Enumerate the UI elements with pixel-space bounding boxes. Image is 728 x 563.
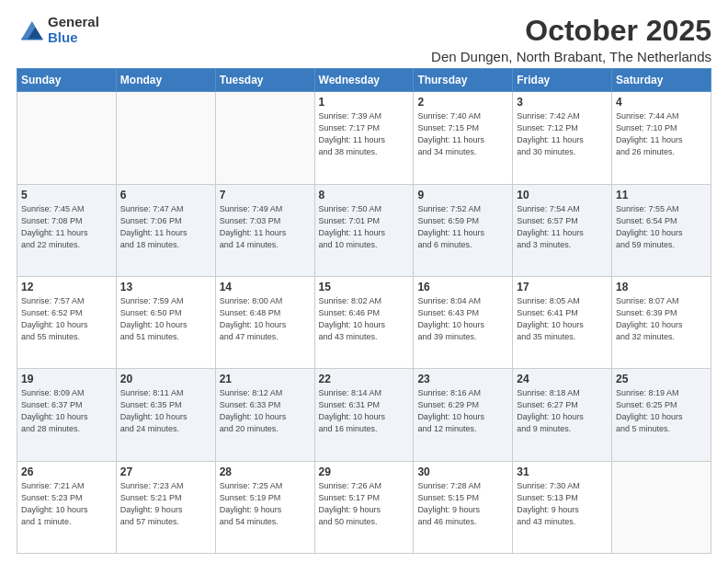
table-row: 18Sunrise: 8:07 AM Sunset: 6:39 PM Dayli… — [612, 276, 711, 368]
day-number: 3 — [517, 96, 608, 109]
logo: General Blue — [17, 15, 99, 45]
day-info: Sunrise: 7:50 AM Sunset: 7:01 PM Dayligh… — [319, 203, 410, 251]
table-row: 16Sunrise: 8:04 AM Sunset: 6:43 PM Dayli… — [414, 276, 513, 368]
day-number: 30 — [417, 465, 508, 478]
col-friday: Friday — [513, 69, 612, 92]
calendar-week-row: 26Sunrise: 7:21 AM Sunset: 5:23 PM Dayli… — [17, 461, 711, 553]
table-row: 21Sunrise: 8:12 AM Sunset: 6:33 PM Dayli… — [215, 369, 314, 461]
page: General Blue October 2025 Den Dungen, No… — [0, 0, 728, 563]
day-number: 26 — [21, 465, 112, 478]
table-row: 2Sunrise: 7:40 AM Sunset: 7:15 PM Daylig… — [414, 92, 513, 184]
col-saturday: Saturday — [612, 69, 711, 92]
calendar-week-row: 5Sunrise: 7:45 AM Sunset: 7:08 PM Daylig… — [17, 184, 711, 276]
day-number: 10 — [517, 189, 608, 201]
day-number: 24 — [517, 373, 608, 385]
table-row: 11Sunrise: 7:55 AM Sunset: 6:54 PM Dayli… — [612, 184, 711, 276]
day-info: Sunrise: 7:30 AM Sunset: 5:13 PM Dayligh… — [517, 480, 608, 528]
day-number: 5 — [21, 189, 112, 201]
day-number: 20 — [120, 373, 211, 385]
calendar-week-row: 19Sunrise: 8:09 AM Sunset: 6:37 PM Dayli… — [17, 369, 711, 461]
day-number: 28 — [220, 465, 311, 478]
table-row: 19Sunrise: 8:09 AM Sunset: 6:37 PM Dayli… — [17, 369, 117, 461]
logo-blue-label: Blue — [48, 30, 99, 46]
day-info: Sunrise: 8:09 AM Sunset: 6:37 PM Dayligh… — [21, 387, 112, 435]
table-row: 27Sunrise: 7:23 AM Sunset: 5:21 PM Dayli… — [116, 461, 215, 553]
day-info: Sunrise: 7:23 AM Sunset: 5:21 PM Dayligh… — [120, 480, 211, 528]
day-number: 1 — [319, 96, 410, 109]
col-monday: Monday — [116, 69, 215, 92]
day-info: Sunrise: 7:40 AM Sunset: 7:15 PM Dayligh… — [417, 110, 508, 158]
table-row: 30Sunrise: 7:28 AM Sunset: 5:15 PM Dayli… — [414, 461, 513, 553]
day-info: Sunrise: 7:28 AM Sunset: 5:15 PM Dayligh… — [417, 480, 508, 528]
table-row: 23Sunrise: 8:16 AM Sunset: 6:29 PM Dayli… — [414, 369, 513, 461]
calendar-week-row: 12Sunrise: 7:57 AM Sunset: 6:52 PM Dayli… — [17, 276, 711, 368]
table-row: 6Sunrise: 7:47 AM Sunset: 7:06 PM Daylig… — [116, 184, 215, 276]
table-row: 7Sunrise: 7:49 AM Sunset: 7:03 PM Daylig… — [215, 184, 314, 276]
day-info: Sunrise: 7:26 AM Sunset: 5:17 PM Dayligh… — [319, 480, 410, 528]
col-tuesday: Tuesday — [215, 69, 314, 92]
day-number: 9 — [417, 189, 508, 201]
day-info: Sunrise: 8:04 AM Sunset: 6:43 PM Dayligh… — [417, 295, 508, 343]
day-info: Sunrise: 7:45 AM Sunset: 7:08 PM Dayligh… — [21, 203, 112, 251]
table-row: 8Sunrise: 7:50 AM Sunset: 7:01 PM Daylig… — [314, 184, 414, 276]
month-title: October 2025 — [431, 15, 711, 47]
day-info: Sunrise: 7:49 AM Sunset: 7:03 PM Dayligh… — [220, 203, 311, 251]
day-number: 11 — [616, 189, 707, 201]
title-block: October 2025 Den Dungen, North Brabant, … — [431, 15, 711, 64]
table-row: 5Sunrise: 7:45 AM Sunset: 7:08 PM Daylig… — [17, 184, 117, 276]
day-number: 4 — [616, 96, 707, 109]
col-sunday: Sunday — [17, 69, 117, 92]
table-row: 13Sunrise: 7:59 AM Sunset: 6:50 PM Dayli… — [116, 276, 215, 368]
day-info: Sunrise: 8:05 AM Sunset: 6:41 PM Dayligh… — [517, 295, 608, 343]
day-number: 6 — [120, 189, 211, 201]
day-info: Sunrise: 8:19 AM Sunset: 6:25 PM Dayligh… — [616, 387, 707, 435]
table-row — [215, 92, 314, 184]
day-info: Sunrise: 7:42 AM Sunset: 7:12 PM Dayligh… — [517, 110, 608, 158]
calendar-week-row: 1Sunrise: 7:39 AM Sunset: 7:17 PM Daylig… — [17, 92, 711, 184]
table-row: 10Sunrise: 7:54 AM Sunset: 6:57 PM Dayli… — [513, 184, 612, 276]
logo-icon — [17, 17, 46, 43]
day-number: 21 — [220, 373, 311, 385]
calendar: Sunday Monday Tuesday Wednesday Thursday… — [17, 68, 711, 554]
logo-text: General Blue — [48, 15, 99, 45]
day-info: Sunrise: 8:14 AM Sunset: 6:31 PM Dayligh… — [319, 387, 410, 435]
day-info: Sunrise: 8:00 AM Sunset: 6:48 PM Dayligh… — [220, 295, 311, 343]
table-row: 14Sunrise: 8:00 AM Sunset: 6:48 PM Dayli… — [215, 276, 314, 368]
day-number: 19 — [21, 373, 112, 385]
table-row: 17Sunrise: 8:05 AM Sunset: 6:41 PM Dayli… — [513, 276, 612, 368]
day-number: 31 — [517, 465, 608, 478]
day-info: Sunrise: 8:11 AM Sunset: 6:35 PM Dayligh… — [120, 387, 211, 435]
col-wednesday: Wednesday — [314, 69, 414, 92]
day-number: 17 — [517, 281, 608, 293]
day-number: 27 — [120, 465, 211, 478]
day-number: 16 — [417, 281, 508, 293]
table-row — [17, 92, 117, 184]
table-row: 4Sunrise: 7:44 AM Sunset: 7:10 PM Daylig… — [612, 92, 711, 184]
table-row: 26Sunrise: 7:21 AM Sunset: 5:23 PM Dayli… — [17, 461, 117, 553]
table-row: 22Sunrise: 8:14 AM Sunset: 6:31 PM Dayli… — [314, 369, 414, 461]
day-info: Sunrise: 7:52 AM Sunset: 6:59 PM Dayligh… — [417, 203, 508, 251]
day-info: Sunrise: 8:12 AM Sunset: 6:33 PM Dayligh… — [220, 387, 311, 435]
day-info: Sunrise: 8:02 AM Sunset: 6:46 PM Dayligh… — [319, 295, 410, 343]
day-number: 2 — [417, 96, 508, 109]
day-number: 25 — [616, 373, 707, 385]
table-row: 25Sunrise: 8:19 AM Sunset: 6:25 PM Dayli… — [612, 369, 711, 461]
day-info: Sunrise: 7:54 AM Sunset: 6:57 PM Dayligh… — [517, 203, 608, 251]
day-number: 15 — [319, 281, 410, 293]
day-info: Sunrise: 7:59 AM Sunset: 6:50 PM Dayligh… — [120, 295, 211, 343]
calendar-header-row: Sunday Monday Tuesday Wednesday Thursday… — [17, 69, 711, 92]
table-row — [612, 461, 711, 553]
svg-rect-2 — [21, 38, 43, 40]
table-row: 9Sunrise: 7:52 AM Sunset: 6:59 PM Daylig… — [414, 184, 513, 276]
table-row: 31Sunrise: 7:30 AM Sunset: 5:13 PM Dayli… — [513, 461, 612, 553]
day-number: 29 — [319, 465, 410, 478]
day-number: 8 — [319, 189, 410, 201]
table-row: 20Sunrise: 8:11 AM Sunset: 6:35 PM Dayli… — [116, 369, 215, 461]
logo-general-label: General — [48, 15, 99, 30]
col-thursday: Thursday — [414, 69, 513, 92]
day-info: Sunrise: 7:57 AM Sunset: 6:52 PM Dayligh… — [21, 295, 112, 343]
day-number: 23 — [417, 373, 508, 385]
table-row: 1Sunrise: 7:39 AM Sunset: 7:17 PM Daylig… — [314, 92, 414, 184]
day-info: Sunrise: 8:16 AM Sunset: 6:29 PM Dayligh… — [417, 387, 508, 435]
table-row: 3Sunrise: 7:42 AM Sunset: 7:12 PM Daylig… — [513, 92, 612, 184]
